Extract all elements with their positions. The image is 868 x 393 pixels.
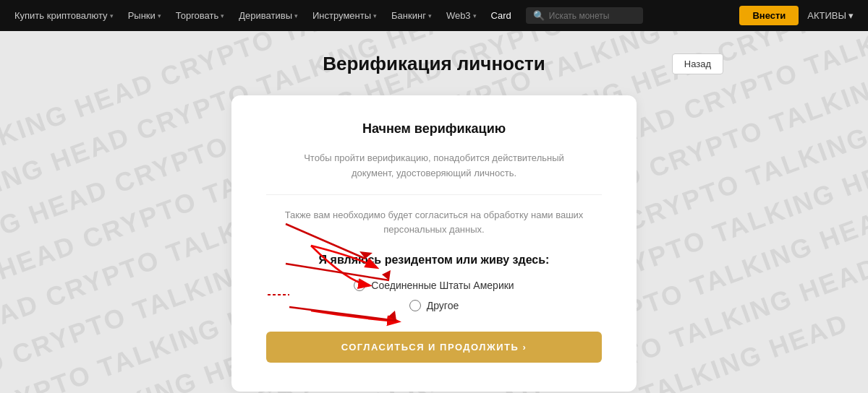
- nav-markets-label: Рынки: [128, 10, 156, 21]
- chevron-down-icon: ▾: [158, 12, 161, 20]
- resident-label: Я являюсь резидентом или живу здесь:: [266, 254, 602, 267]
- nav-instruments[interactable]: Инструменты ▾: [307, 7, 383, 24]
- continue-button[interactable]: СОГЛАСИТЬСЯ И ПРОДОЛЖИТЬ ›: [266, 332, 602, 363]
- nav-assets-label: АКТИВЫ: [807, 10, 846, 21]
- nav-trade[interactable]: Торговать ▾: [170, 7, 231, 24]
- radio-other-input[interactable]: [409, 300, 421, 311]
- chevron-down-icon: ▾: [473, 12, 477, 20]
- card-title: Начнем верификацию: [266, 121, 602, 137]
- back-button[interactable]: Назад: [672, 53, 723, 74]
- search-input[interactable]: [549, 11, 636, 21]
- nav-trade-label: Торговать: [176, 10, 219, 21]
- nav-buy-crypto-label: Купить криптовалюту: [14, 10, 108, 21]
- page-title: Верификация личности: [323, 53, 545, 75]
- verification-card: Начнем верификацию Чтобы пройти верифика…: [231, 95, 637, 392]
- nav-derivatives-label: Деривативы: [239, 10, 292, 21]
- deposit-button[interactable]: Внести: [739, 6, 799, 25]
- search-icon: 🔍: [533, 10, 545, 21]
- residence-radio-group: Соединенные Штаты Америки Другое: [266, 280, 602, 311]
- card-description-2: Также вам необходимо будет согласиться н…: [266, 208, 602, 238]
- nav-banking-label: Банкинг: [391, 10, 426, 21]
- chevron-down-icon: ▾: [294, 12, 298, 20]
- card-description-1: Чтобы пройти верификацию, понадобится де…: [266, 151, 602, 181]
- continue-button-arrow: ›: [523, 342, 527, 353]
- page-title-row: Верификация личности Назад: [14, 53, 854, 75]
- radio-other-label: Другое: [427, 300, 459, 311]
- nav-markets[interactable]: Рынки ▾: [122, 7, 167, 24]
- card-divider: [266, 194, 602, 195]
- nav-derivatives[interactable]: Деривативы ▾: [233, 7, 304, 24]
- radio-usa[interactable]: Соединенные Штаты Америки: [354, 280, 514, 291]
- navbar: Купить криптовалюту ▾ Рынки ▾ Торговать …: [0, 0, 868, 31]
- nav-card-label: Card: [491, 10, 511, 21]
- continue-button-label: СОГЛАСИТЬСЯ И ПРОДОЛЖИТЬ: [341, 342, 519, 353]
- search-box[interactable]: 🔍: [526, 7, 643, 24]
- chevron-down-icon: ▾: [221, 12, 224, 20]
- nav-banking[interactable]: Банкинг ▾: [386, 7, 438, 24]
- nav-instruments-label: Инструменты: [312, 10, 371, 21]
- radio-usa-input[interactable]: [354, 280, 365, 291]
- radio-other[interactable]: Другое: [409, 300, 459, 311]
- chevron-down-icon: ▾: [110, 12, 114, 20]
- nav-web3-label: Web3: [446, 10, 471, 21]
- chevron-down-icon: ▾: [373, 12, 377, 20]
- nav-buy-crypto[interactable]: Купить криптовалюту ▾: [9, 7, 119, 24]
- chevron-down-icon: ▾: [428, 12, 432, 20]
- nav-web3[interactable]: Web3 ▾: [441, 7, 482, 24]
- radio-usa-label: Соединенные Штаты Америки: [371, 280, 514, 291]
- chevron-down-icon: ▾: [848, 10, 854, 21]
- nav-assets[interactable]: АКТИВЫ ▾: [801, 7, 859, 24]
- main-content: Верификация личности Назад Начнем верифи…: [0, 31, 868, 393]
- nav-card[interactable]: Card: [485, 7, 517, 24]
